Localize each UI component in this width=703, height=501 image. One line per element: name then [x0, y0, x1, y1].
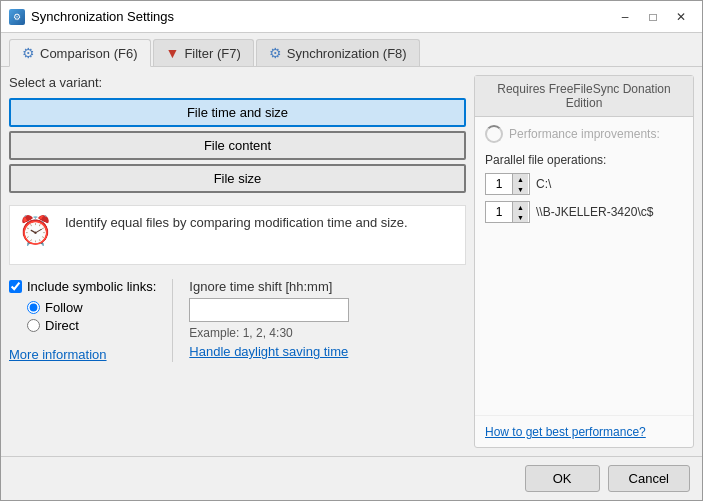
variant-description: ⏰ Identify equal files by comparing modi… — [9, 205, 466, 265]
parallel-label: Parallel file operations: — [485, 153, 683, 167]
daylight-link[interactable]: Handle daylight saving time — [189, 344, 349, 359]
variant-file-content[interactable]: File content — [9, 131, 466, 160]
spinner-2-btns: ▲ ▼ — [512, 202, 528, 222]
time-shift-group: Ignore time shift [hh:mm] Example: 1, 2,… — [189, 279, 349, 359]
clock-icon: ⏰ — [18, 214, 53, 247]
perf-label: Performance improvements: — [485, 125, 683, 143]
variant-file-time-size[interactable]: File time and size — [9, 98, 466, 127]
include-symbolic-row: Include symbolic links: — [9, 279, 156, 294]
include-symbolic-label: Include symbolic links: — [27, 279, 156, 294]
maximize-button[interactable]: □ — [640, 6, 666, 28]
include-symbolic-checkbox[interactable] — [9, 280, 22, 293]
app-icon: ⚙ — [9, 9, 25, 25]
time-shift-input[interactable] — [189, 298, 349, 322]
tab-comparison-label: Comparison (F6) — [40, 46, 138, 61]
follow-label: Follow — [45, 300, 83, 315]
variant-buttons: File time and size File content File siz… — [9, 98, 466, 193]
parallel-row-2: ▲ ▼ \\B-JKELLER-3420\c$ — [485, 201, 683, 223]
direct-radio-row: Direct — [27, 318, 156, 333]
title-bar: ⚙ Synchronization Settings – □ ✕ — [1, 1, 702, 33]
spinner-2-up[interactable]: ▲ — [512, 202, 528, 212]
bottom-bar: OK Cancel — [1, 456, 702, 500]
right-panel-body: Performance improvements: Parallel file … — [475, 117, 693, 415]
direct-radio[interactable] — [27, 319, 40, 332]
cancel-button[interactable]: Cancel — [608, 465, 690, 492]
perf-label-text: Performance improvements: — [509, 127, 660, 141]
title-controls: – □ ✕ — [612, 6, 694, 28]
right-panel-footer: How to get best performance? — [475, 415, 693, 447]
radio-group: Follow Direct — [27, 300, 156, 333]
options-row: Include symbolic links: Follow Direct Mo… — [9, 279, 466, 362]
tab-filter-label: Filter (F7) — [184, 46, 240, 61]
select-variant-label: Select a variant: — [9, 75, 466, 90]
tab-bar: ⚙ Comparison (F6) ▼ Filter (F7) ⚙ Synchr… — [1, 33, 702, 66]
spinner-2-down[interactable]: ▼ — [512, 212, 528, 222]
ok-button[interactable]: OK — [525, 465, 600, 492]
tab-sync-label: Synchronization (F8) — [287, 46, 407, 61]
tab-filter[interactable]: ▼ Filter (F7) — [153, 39, 254, 66]
left-panel: Select a variant: File time and size Fil… — [9, 75, 466, 448]
spinner-2-input[interactable] — [486, 204, 512, 220]
filter-icon: ▼ — [166, 45, 180, 61]
spinner-1: ▲ ▼ — [485, 173, 530, 195]
parallel-row-1: ▲ ▼ C:\ — [485, 173, 683, 195]
vertical-divider — [172, 279, 173, 362]
close-button[interactable]: ✕ — [668, 6, 694, 28]
spinner-1-btns: ▲ ▼ — [512, 174, 528, 194]
spinner-icon — [485, 125, 503, 143]
path-1: C:\ — [536, 177, 551, 191]
tab-comparison[interactable]: ⚙ Comparison (F6) — [9, 39, 151, 67]
path-2: \\B-JKELLER-3420\c$ — [536, 205, 653, 219]
gear-icon: ⚙ — [22, 45, 35, 61]
example-text: Example: 1, 2, 4:30 — [189, 326, 349, 340]
title-bar-left: ⚙ Synchronization Settings — [9, 9, 174, 25]
gear-icon-sync: ⚙ — [269, 45, 282, 61]
follow-radio-row: Follow — [27, 300, 156, 315]
description-text: Identify equal files by comparing modifi… — [65, 214, 408, 232]
content-area: Select a variant: File time and size Fil… — [1, 66, 702, 456]
minimize-button[interactable]: – — [612, 6, 638, 28]
spinner-1-up[interactable]: ▲ — [512, 174, 528, 184]
how-to-link[interactable]: How to get best performance? — [485, 425, 646, 439]
right-panel-header: Requires FreeFileSync Donation Edition — [475, 76, 693, 117]
window-title: Synchronization Settings — [31, 9, 174, 24]
follow-radio[interactable] — [27, 301, 40, 314]
spinner-1-input[interactable] — [486, 176, 512, 192]
spinner-1-down[interactable]: ▼ — [512, 184, 528, 194]
tab-synchronization[interactable]: ⚙ Synchronization (F8) — [256, 39, 420, 66]
more-info-link[interactable]: More information — [9, 347, 156, 362]
direct-label: Direct — [45, 318, 79, 333]
main-window: ⚙ Synchronization Settings – □ ✕ ⚙ Compa… — [0, 0, 703, 501]
right-panel: Requires FreeFileSync Donation Edition P… — [474, 75, 694, 448]
time-shift-label: Ignore time shift [hh:mm] — [189, 279, 349, 294]
symbolic-links-group: Include symbolic links: Follow Direct Mo… — [9, 279, 156, 362]
spinner-2: ▲ ▼ — [485, 201, 530, 223]
variant-file-size[interactable]: File size — [9, 164, 466, 193]
